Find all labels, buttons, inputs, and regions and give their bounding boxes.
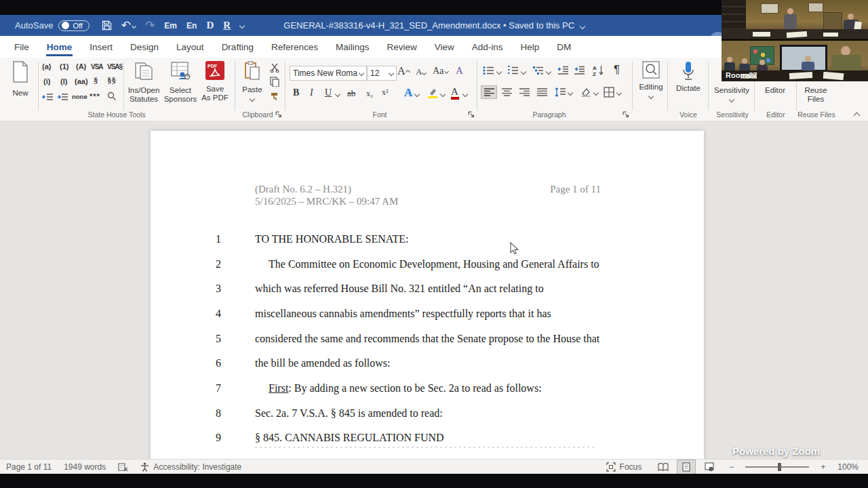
tab-drafting[interactable]: Drafting [213, 38, 262, 56]
zoom-video-overlay[interactable]: Room 27 [722, 0, 868, 81]
select-sponsors-button[interactable]: Select Sponsors [163, 61, 198, 104]
undo-button[interactable]: ↶ [121, 18, 136, 33]
list-A-button[interactable]: (A) [76, 62, 86, 72]
tab-layout[interactable]: Layout [167, 38, 213, 56]
font-size-combobox[interactable]: 12 [367, 66, 397, 81]
qat-customize-chevron-icon[interactable] [239, 22, 245, 28]
show-marks-button[interactable]: ¶ [614, 63, 620, 77]
clipboard-dialog-launcher[interactable] [275, 111, 282, 118]
italic-button[interactable]: I [310, 87, 313, 98]
align-left-button[interactable] [481, 86, 496, 98]
indent-icon[interactable] [57, 94, 68, 102]
subscript-button[interactable]: x₂ [366, 89, 373, 99]
focus-toggle[interactable]: Focus [600, 462, 648, 472]
list-aa-button[interactable]: (aa) [75, 77, 88, 87]
ins-open-statutes-button[interactable]: Ins/Open Statutes [126, 61, 161, 104]
document-page[interactable]: (Draft No. 6.2 – H.321) Page 1 of 11 5/1… [151, 131, 704, 459]
collapse-ribbon-chevron-icon[interactable] [854, 113, 861, 119]
save-icon[interactable] [102, 20, 112, 30]
vsa-section-button[interactable]: VSA§ [107, 62, 122, 72]
font-color-chevron-icon[interactable] [462, 92, 468, 97]
borders-chevron-icon[interactable] [616, 90, 622, 96]
tab-dm[interactable]: DM [548, 38, 580, 56]
zoom-out-button[interactable]: − [718, 462, 740, 472]
shading-chevron-icon[interactable] [593, 90, 599, 96]
tab-home[interactable]: Home [38, 38, 81, 56]
accessibility-status[interactable]: Accessibility: Investigate [134, 462, 248, 472]
multilevel-list-icon[interactable] [532, 66, 544, 75]
highlight-button[interactable] [427, 87, 438, 98]
dictate-button[interactable]: Dictate [671, 61, 705, 93]
tab-file[interactable]: File [5, 38, 38, 56]
video-tile-top[interactable] [722, 0, 868, 39]
superscript-button[interactable]: x² [382, 87, 389, 98]
bullets-icon[interactable] [483, 66, 494, 75]
tab-references[interactable]: References [262, 38, 327, 56]
decrease-indent-icon[interactable] [557, 66, 569, 75]
font-dialog-launcher[interactable] [468, 111, 475, 118]
read-mode-button[interactable] [654, 460, 672, 474]
editing-button[interactable]: Editing [636, 61, 666, 100]
line-spacing-chevron-icon[interactable] [568, 90, 573, 96]
change-case-button[interactable]: Aa [433, 66, 448, 77]
list-i-button[interactable]: (i) [43, 77, 50, 87]
none-button[interactable]: none [72, 92, 87, 102]
paste-button[interactable]: Paste [239, 61, 266, 103]
tab-mailings[interactable]: Mailings [327, 38, 378, 56]
double-section-button[interactable]: §§ [107, 75, 116, 85]
dots-button[interactable]: *** [90, 92, 100, 102]
web-layout-button[interactable] [701, 460, 718, 474]
list-1-button[interactable]: (1) [60, 62, 68, 72]
document-canvas[interactable]: (Draft No. 6.2 – H.321) Page 1 of 11 5/1… [0, 121, 868, 459]
format-painter-icon[interactable] [270, 92, 280, 102]
copy-icon[interactable] [270, 77, 279, 87]
text-effects-button[interactable]: A [404, 86, 412, 100]
justify-button[interactable] [534, 86, 549, 98]
underline-button[interactable]: U [325, 87, 332, 98]
list-l-button[interactable]: (l) [60, 77, 67, 87]
qat-d-button[interactable]: D [206, 20, 214, 31]
font-name-combobox[interactable]: Times New Roma [290, 66, 367, 81]
bullets-chevron-icon[interactable] [496, 69, 502, 75]
grow-font-button[interactable]: A [397, 65, 410, 77]
align-center-button[interactable] [499, 86, 514, 98]
shrink-font-button[interactable]: A [416, 66, 426, 77]
proofing-status[interactable] [112, 462, 134, 472]
shading-icon[interactable] [580, 87, 591, 98]
section-button[interactable]: § [94, 75, 98, 85]
vsa-button[interactable]: VSA [91, 62, 103, 72]
paragraph-dialog-launcher[interactable] [623, 111, 629, 118]
outdent-icon[interactable] [42, 94, 53, 102]
qat-em-button[interactable]: Em [164, 21, 177, 30]
strikethrough-button[interactable]: ab [347, 88, 355, 99]
tab-add-ins[interactable]: Add-ins [463, 38, 512, 56]
numbering-icon[interactable] [507, 66, 519, 75]
zoom-percentage[interactable]: 100% [831, 462, 868, 472]
autosave-toggle[interactable]: Off [58, 20, 89, 31]
tab-design[interactable]: Design [121, 38, 167, 56]
title-chevron-icon[interactable] [579, 23, 585, 28]
tab-review[interactable]: Review [378, 38, 425, 56]
tab-view[interactable]: View [426, 38, 463, 56]
list-a-button[interactable]: (a) [42, 62, 51, 72]
sort-button[interactable]: A Z [593, 65, 597, 77]
numbering-chevron-icon[interactable] [521, 69, 526, 75]
highlight-chevron-icon[interactable] [440, 92, 446, 97]
tab-help[interactable]: Help [512, 38, 549, 56]
font-color-button[interactable]: A [451, 86, 458, 98]
new-button[interactable]: New [5, 61, 35, 98]
bold-button[interactable]: B [293, 87, 299, 98]
tab-insert[interactable]: Insert [81, 38, 121, 56]
zoom-slider-thumb[interactable] [778, 463, 781, 471]
underline-chevron-icon[interactable] [335, 92, 340, 97]
borders-icon[interactable] [604, 87, 614, 98]
status-word-count[interactable]: 1949 words [58, 462, 112, 472]
clear-formatting-button[interactable]: A [456, 65, 463, 77]
status-page[interactable]: Page 1 of 11 [0, 462, 58, 472]
align-right-button[interactable] [517, 86, 532, 98]
print-layout-button[interactable] [677, 460, 695, 474]
cut-icon[interactable] [270, 63, 279, 73]
zoom-slider[interactable] [745, 466, 809, 468]
line-spacing-icon[interactable] [555, 87, 566, 97]
multilevel-chevron-icon[interactable] [546, 69, 551, 75]
